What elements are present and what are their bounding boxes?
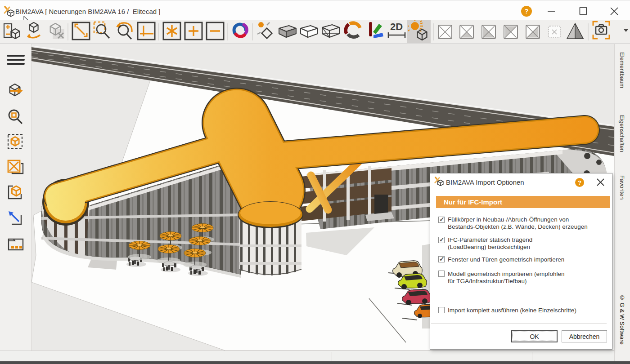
svg-text:2D: 2D [390, 21, 403, 32]
svg-text:?: ? [578, 179, 581, 186]
svg-text:?: ? [525, 8, 529, 15]
